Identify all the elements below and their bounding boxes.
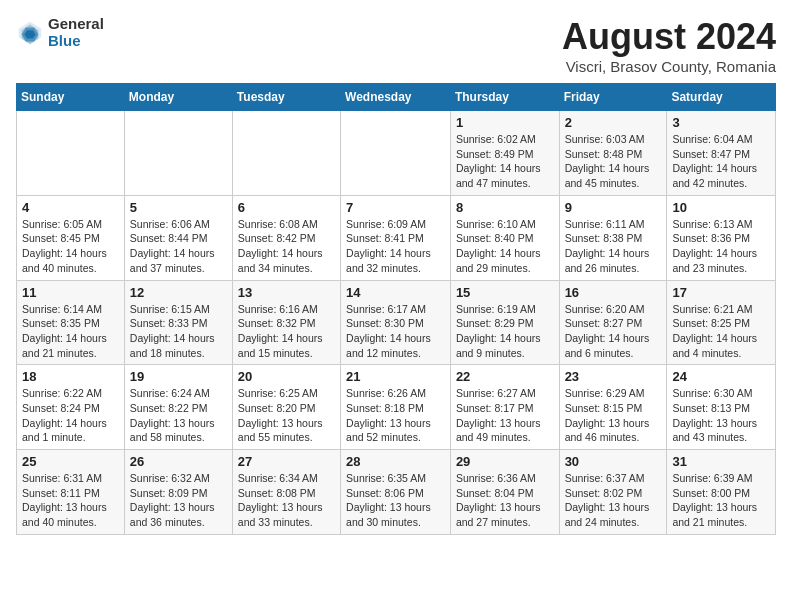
day-info: Sunrise: 6:25 AM Sunset: 8:20 PM Dayligh… — [238, 386, 335, 445]
calendar-cell: 3Sunrise: 6:04 AM Sunset: 8:47 PM Daylig… — [667, 111, 776, 196]
calendar-cell: 21Sunrise: 6:26 AM Sunset: 8:18 PM Dayli… — [341, 365, 451, 450]
day-number: 25 — [22, 454, 119, 469]
day-info: Sunrise: 6:22 AM Sunset: 8:24 PM Dayligh… — [22, 386, 119, 445]
header-cell-thursday: Thursday — [450, 84, 559, 111]
day-info: Sunrise: 6:11 AM Sunset: 8:38 PM Dayligh… — [565, 217, 662, 276]
calendar-cell: 2Sunrise: 6:03 AM Sunset: 8:48 PM Daylig… — [559, 111, 667, 196]
day-number: 8 — [456, 200, 554, 215]
calendar-cell: 23Sunrise: 6:29 AM Sunset: 8:15 PM Dayli… — [559, 365, 667, 450]
page-title: August 2024 — [562, 16, 776, 58]
day-info: Sunrise: 6:31 AM Sunset: 8:11 PM Dayligh… — [22, 471, 119, 530]
day-info: Sunrise: 6:16 AM Sunset: 8:32 PM Dayligh… — [238, 302, 335, 361]
calendar-week-4: 18Sunrise: 6:22 AM Sunset: 8:24 PM Dayli… — [17, 365, 776, 450]
logo-icon — [16, 19, 44, 47]
calendar-cell: 6Sunrise: 6:08 AM Sunset: 8:42 PM Daylig… — [232, 195, 340, 280]
calendar-cell: 31Sunrise: 6:39 AM Sunset: 8:00 PM Dayli… — [667, 450, 776, 535]
calendar-cell — [232, 111, 340, 196]
calendar-cell: 9Sunrise: 6:11 AM Sunset: 8:38 PM Daylig… — [559, 195, 667, 280]
day-info: Sunrise: 6:21 AM Sunset: 8:25 PM Dayligh… — [672, 302, 770, 361]
calendar-cell: 13Sunrise: 6:16 AM Sunset: 8:32 PM Dayli… — [232, 280, 340, 365]
day-info: Sunrise: 6:39 AM Sunset: 8:00 PM Dayligh… — [672, 471, 770, 530]
day-info: Sunrise: 6:13 AM Sunset: 8:36 PM Dayligh… — [672, 217, 770, 276]
calendar-week-1: 1Sunrise: 6:02 AM Sunset: 8:49 PM Daylig… — [17, 111, 776, 196]
title-block: August 2024 Viscri, Brasov County, Roman… — [562, 16, 776, 75]
calendar-table: SundayMondayTuesdayWednesdayThursdayFrid… — [16, 83, 776, 535]
day-number: 30 — [565, 454, 662, 469]
day-number: 16 — [565, 285, 662, 300]
day-info: Sunrise: 6:27 AM Sunset: 8:17 PM Dayligh… — [456, 386, 554, 445]
calendar-cell: 12Sunrise: 6:15 AM Sunset: 8:33 PM Dayli… — [124, 280, 232, 365]
day-number: 15 — [456, 285, 554, 300]
calendar-cell: 18Sunrise: 6:22 AM Sunset: 8:24 PM Dayli… — [17, 365, 125, 450]
day-number: 5 — [130, 200, 227, 215]
day-info: Sunrise: 6:05 AM Sunset: 8:45 PM Dayligh… — [22, 217, 119, 276]
day-info: Sunrise: 6:20 AM Sunset: 8:27 PM Dayligh… — [565, 302, 662, 361]
calendar-week-5: 25Sunrise: 6:31 AM Sunset: 8:11 PM Dayli… — [17, 450, 776, 535]
day-number: 1 — [456, 115, 554, 130]
calendar-body: 1Sunrise: 6:02 AM Sunset: 8:49 PM Daylig… — [17, 111, 776, 535]
day-info: Sunrise: 6:14 AM Sunset: 8:35 PM Dayligh… — [22, 302, 119, 361]
calendar-cell — [341, 111, 451, 196]
calendar-cell: 28Sunrise: 6:35 AM Sunset: 8:06 PM Dayli… — [341, 450, 451, 535]
day-info: Sunrise: 6:19 AM Sunset: 8:29 PM Dayligh… — [456, 302, 554, 361]
calendar-cell: 16Sunrise: 6:20 AM Sunset: 8:27 PM Dayli… — [559, 280, 667, 365]
day-info: Sunrise: 6:36 AM Sunset: 8:04 PM Dayligh… — [456, 471, 554, 530]
header-row: SundayMondayTuesdayWednesdayThursdayFrid… — [17, 84, 776, 111]
day-info: Sunrise: 6:29 AM Sunset: 8:15 PM Dayligh… — [565, 386, 662, 445]
calendar-week-2: 4Sunrise: 6:05 AM Sunset: 8:45 PM Daylig… — [17, 195, 776, 280]
calendar-cell — [124, 111, 232, 196]
calendar-cell: 29Sunrise: 6:36 AM Sunset: 8:04 PM Dayli… — [450, 450, 559, 535]
day-number: 13 — [238, 285, 335, 300]
calendar-week-3: 11Sunrise: 6:14 AM Sunset: 8:35 PM Dayli… — [17, 280, 776, 365]
calendar-cell: 19Sunrise: 6:24 AM Sunset: 8:22 PM Dayli… — [124, 365, 232, 450]
day-info: Sunrise: 6:09 AM Sunset: 8:41 PM Dayligh… — [346, 217, 445, 276]
day-info: Sunrise: 6:06 AM Sunset: 8:44 PM Dayligh… — [130, 217, 227, 276]
day-info: Sunrise: 6:04 AM Sunset: 8:47 PM Dayligh… — [672, 132, 770, 191]
day-number: 18 — [22, 369, 119, 384]
header-cell-monday: Monday — [124, 84, 232, 111]
day-info: Sunrise: 6:34 AM Sunset: 8:08 PM Dayligh… — [238, 471, 335, 530]
header-cell-tuesday: Tuesday — [232, 84, 340, 111]
page-header: General Blue August 2024 Viscri, Brasov … — [16, 16, 776, 75]
day-number: 26 — [130, 454, 227, 469]
day-number: 20 — [238, 369, 335, 384]
logo: General Blue — [16, 16, 104, 49]
logo-blue: Blue — [48, 33, 104, 50]
day-number: 23 — [565, 369, 662, 384]
day-number: 29 — [456, 454, 554, 469]
calendar-cell — [17, 111, 125, 196]
calendar-cell: 24Sunrise: 6:30 AM Sunset: 8:13 PM Dayli… — [667, 365, 776, 450]
calendar-cell: 26Sunrise: 6:32 AM Sunset: 8:09 PM Dayli… — [124, 450, 232, 535]
day-number: 24 — [672, 369, 770, 384]
calendar-cell: 15Sunrise: 6:19 AM Sunset: 8:29 PM Dayli… — [450, 280, 559, 365]
day-number: 21 — [346, 369, 445, 384]
day-number: 9 — [565, 200, 662, 215]
day-number: 28 — [346, 454, 445, 469]
calendar-cell: 1Sunrise: 6:02 AM Sunset: 8:49 PM Daylig… — [450, 111, 559, 196]
calendar-cell: 20Sunrise: 6:25 AM Sunset: 8:20 PM Dayli… — [232, 365, 340, 450]
calendar-cell: 5Sunrise: 6:06 AM Sunset: 8:44 PM Daylig… — [124, 195, 232, 280]
day-info: Sunrise: 6:15 AM Sunset: 8:33 PM Dayligh… — [130, 302, 227, 361]
calendar-cell: 11Sunrise: 6:14 AM Sunset: 8:35 PM Dayli… — [17, 280, 125, 365]
day-info: Sunrise: 6:32 AM Sunset: 8:09 PM Dayligh… — [130, 471, 227, 530]
page-subtitle: Viscri, Brasov County, Romania — [562, 58, 776, 75]
day-info: Sunrise: 6:30 AM Sunset: 8:13 PM Dayligh… — [672, 386, 770, 445]
header-cell-saturday: Saturday — [667, 84, 776, 111]
day-info: Sunrise: 6:35 AM Sunset: 8:06 PM Dayligh… — [346, 471, 445, 530]
day-number: 3 — [672, 115, 770, 130]
day-info: Sunrise: 6:26 AM Sunset: 8:18 PM Dayligh… — [346, 386, 445, 445]
day-info: Sunrise: 6:24 AM Sunset: 8:22 PM Dayligh… — [130, 386, 227, 445]
day-info: Sunrise: 6:37 AM Sunset: 8:02 PM Dayligh… — [565, 471, 662, 530]
logo-general: General — [48, 16, 104, 33]
day-number: 10 — [672, 200, 770, 215]
day-number: 12 — [130, 285, 227, 300]
day-number: 6 — [238, 200, 335, 215]
calendar-cell: 17Sunrise: 6:21 AM Sunset: 8:25 PM Dayli… — [667, 280, 776, 365]
day-info: Sunrise: 6:03 AM Sunset: 8:48 PM Dayligh… — [565, 132, 662, 191]
day-number: 4 — [22, 200, 119, 215]
header-cell-sunday: Sunday — [17, 84, 125, 111]
day-number: 17 — [672, 285, 770, 300]
day-number: 19 — [130, 369, 227, 384]
day-number: 31 — [672, 454, 770, 469]
calendar-cell: 8Sunrise: 6:10 AM Sunset: 8:40 PM Daylig… — [450, 195, 559, 280]
